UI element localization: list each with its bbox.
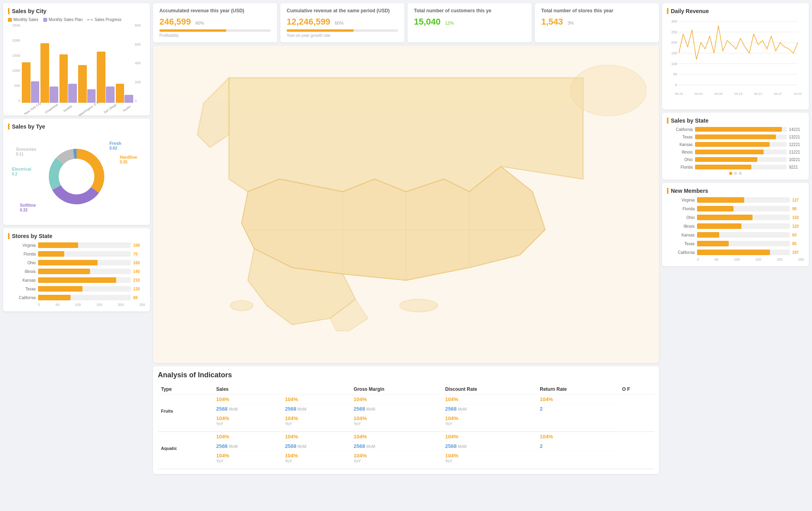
stores-value-3: 140: [133, 269, 145, 274]
stores-label-5: Texas: [8, 287, 36, 291]
sales-state-label-4: Ohio: [667, 158, 693, 162]
donut-segment-electrical: [49, 158, 63, 190]
svg-point-1: [571, 65, 646, 116]
analysis-table: Type Sales Gross Margin Discount Rate Re…: [158, 384, 654, 469]
stores-label-1: Florida: [8, 252, 36, 256]
cell-pct: 104%: [354, 396, 367, 402]
kpi-revenue-sublabel: Profitability: [159, 33, 271, 38]
sales-by-type-card: Sales by Tye Fresh0.02 Groceries0.11 Ele…: [3, 119, 150, 225]
x-label-0: New York City: [24, 102, 42, 116]
daily-revenue-chart: 30025020015010050008-2909-0409-0909-1509…: [667, 17, 804, 105]
yoy-label: YoY: [354, 422, 361, 426]
new-members-track-6: [697, 250, 790, 255]
sales-by-type-title: Sales by Tye: [8, 123, 145, 130]
new-members-label-6: California: [667, 250, 695, 255]
analysis-yoy-1-0: 104%YoY: [213, 451, 282, 465]
kpi-stores: Total number of stores this year 1,543 3…: [535, 3, 659, 42]
yoy-label: YoY: [216, 459, 223, 463]
purple-bar-1: [50, 86, 58, 103]
kpi-cumulative-pct: 60%: [335, 21, 343, 25]
cell-mom: MoM: [229, 444, 237, 449]
cell-val: 2568: [285, 406, 297, 412]
analysis-val-0-3: 2568 MoM: [442, 404, 537, 413]
new-members-row-5: Texas85: [667, 241, 804, 246]
analysis-val-1-2: 2568 MoM: [350, 441, 442, 451]
sales-state-row-3: Illinois11221: [667, 150, 804, 154]
analysis-section: Analysis of Indicators Type Sales Gross …: [153, 366, 659, 474]
kpi-row: Accumulated revenue this year (USD) 246,…: [153, 3, 659, 42]
bar-group-1: [40, 43, 58, 103]
left-column: Sales by City Monthly Sales Monthly Sale…: [3, 3, 150, 474]
svg-text:09-09: 09-09: [714, 92, 723, 96]
cell-pct: 104%: [216, 434, 229, 440]
kpi-customers-pct: 12%: [445, 21, 454, 25]
sales-state-label-5: Florida: [667, 165, 693, 169]
analysis-cell-1-4: 104%: [537, 432, 619, 442]
kpi-cumulative-value: 12,246,599: [287, 17, 330, 27]
kpi-customers-label: Total number of customers this ye: [414, 8, 525, 14]
sales-state-fill-5: [695, 165, 751, 169]
yoy-pct: 104%: [445, 415, 458, 421]
sales-city-legend: Monthly Sales Monthly Sales Plan Sales P…: [8, 17, 145, 22]
analysis-cell-0-3: 104%: [442, 394, 537, 404]
stores-bar-row-2: Ohio160: [8, 260, 145, 265]
stores-track-5: [38, 286, 131, 292]
new-members-x-axis: 050100150200250: [667, 257, 804, 261]
map-container: [153, 46, 659, 363]
stores-bar-row-1: Florida70: [8, 251, 145, 257]
stores-value-6: 88: [133, 296, 145, 300]
electrical-label: Electrical0.2: [12, 167, 31, 176]
sales-state-value-0: 14221: [789, 127, 804, 132]
analysis-row-1-pct: Aquatic104%104%104%104%104%: [158, 432, 654, 442]
analysis-row-1-yoy: 104%YoY104%YoY104%YoY104%YoY: [158, 451, 654, 465]
sales-state-fill-4: [695, 157, 757, 162]
sales-state-label-1: Texas: [667, 135, 693, 139]
new-members-label-0: Virginia: [667, 198, 695, 202]
svg-text:0: 0: [675, 83, 677, 87]
new-members-value-5: 85: [792, 242, 804, 246]
softline-label: Softline0.32: [20, 203, 36, 212]
analysis-extra-1: [537, 451, 619, 465]
analysis-val-1-4: 2: [537, 441, 619, 451]
sales-state-row-1: Texas13221: [667, 134, 804, 139]
stores-label-2: Ohio: [8, 261, 36, 265]
col-sales-extra: [282, 384, 350, 395]
bar-group-3: [78, 65, 96, 103]
dashboard: Sales by City Monthly Sales Monthly Sale…: [0, 0, 812, 511]
sales-state-label-3: Illinois: [667, 150, 693, 154]
svg-text:150: 150: [671, 51, 677, 55]
analysis-val-0-4: 2: [537, 404, 619, 413]
new-members-value-4: 60: [792, 233, 804, 237]
sales-state-track-5: [695, 165, 787, 169]
sales-state-value-5: 9221: [789, 165, 804, 169]
new-members-label-3: Illinois: [667, 224, 695, 229]
stores-bar-row-4: Kansas210: [8, 277, 145, 283]
legend-sales-progress-label: Sales Progress: [94, 17, 121, 22]
cell-pct: 104%: [540, 434, 553, 440]
legend-sales-progress: Sales Progress: [87, 17, 121, 22]
analysis-yoy-1-1: 104%YoY: [282, 451, 350, 465]
analysis-sep-cell-1: [158, 465, 654, 469]
revenue-line-svg: 30025020015010050008-2909-0409-0909-1509…: [667, 17, 804, 97]
analysis-extra-0: [537, 413, 619, 428]
col-of: O F: [619, 384, 654, 395]
sales-state-fill-3: [695, 150, 764, 154]
dot-3: [739, 172, 742, 175]
analysis-cell-0-1: 104%: [282, 394, 350, 404]
cell-val: 2: [540, 443, 543, 449]
analysis-sep-1: [158, 465, 654, 469]
new-members-track-1: [697, 206, 790, 211]
kpi-cumulative-label: Cumulative revenue at the same period (U…: [287, 8, 398, 14]
cell-pct: 104%: [445, 396, 458, 402]
analysis-type-1: Aquatic: [158, 432, 213, 465]
stores-bar-row-3: Illinois140: [8, 269, 145, 274]
cell-val: 2568: [216, 443, 228, 449]
cell-mom: MoM: [229, 407, 237, 411]
stores-value-5: 120: [133, 287, 145, 291]
sales-state-value-1: 13221: [789, 135, 804, 139]
dot-1: [729, 172, 732, 175]
hardline-label: Hardline0.35: [120, 155, 137, 164]
analysis-cell-1-0: 104%: [213, 432, 282, 442]
analysis-cell-1-1: 104%: [282, 432, 350, 442]
stores-fill-6: [38, 295, 71, 300]
